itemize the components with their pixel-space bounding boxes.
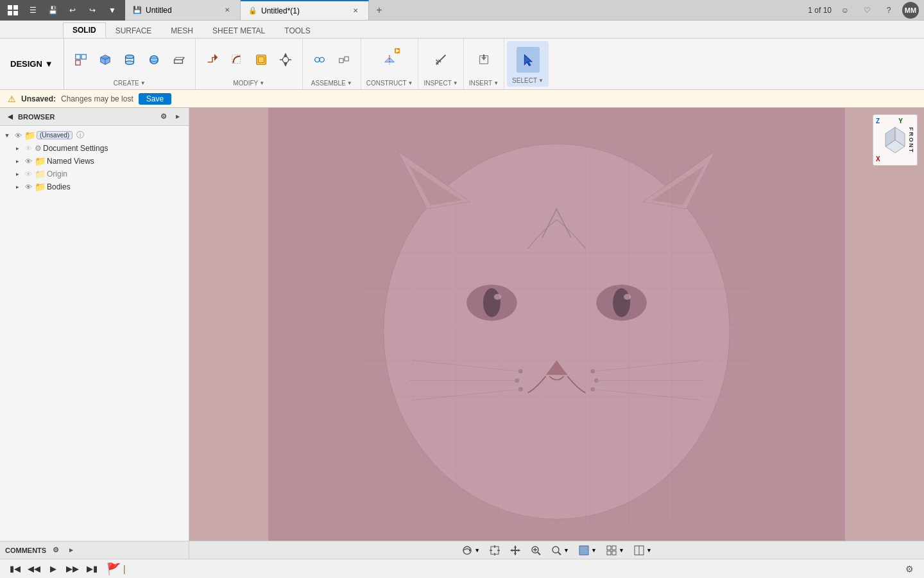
tree-expand-bodies[interactable]: ▸ — [13, 182, 22, 191]
tab-close-1[interactable]: ✕ — [222, 5, 232, 15]
move-button[interactable] — [274, 47, 297, 73]
svg-point-45 — [624, 294, 631, 300]
svg-rect-11 — [174, 60, 182, 64]
axis-cube[interactable]: Z Y X FRONT — [873, 114, 918, 166]
front-label[interactable]: FRONT — [905, 115, 917, 165]
save-button[interactable]: Save — [139, 93, 171, 105]
extrude-button[interactable] — [167, 47, 190, 73]
tree-eye-named-views[interactable]: 👁 — [23, 156, 33, 166]
tab-tools[interactable]: TOOLS — [275, 23, 320, 38]
design-button[interactable]: DESIGN ▼ — [0, 39, 64, 89]
tree-item-doc-settings[interactable]: ▸ 👁 ⚙ Document Settings — [0, 142, 189, 155]
svg-line-90 — [538, 552, 540, 555]
tree-item-origin[interactable]: ▸ 👁 📁 Origin — [0, 168, 189, 180]
pan-button[interactable] — [486, 543, 503, 557]
tree-expand-named-views[interactable]: ▸ — [13, 157, 22, 166]
svg-marker-33 — [482, 57, 486, 60]
insert-button[interactable] — [472, 47, 495, 73]
sphere-button[interactable] — [142, 47, 166, 73]
select-button[interactable] — [517, 47, 540, 73]
grid-icon[interactable] — [4, 1, 22, 19]
comments-panel[interactable]: COMMENTS ⚙ ▸ — [0, 541, 189, 559]
display-mode-control[interactable]: ▼ — [576, 543, 599, 557]
tab-mesh[interactable]: MESH — [161, 23, 203, 38]
tab-close-2[interactable]: ✕ — [350, 6, 361, 16]
svg-point-9 — [150, 56, 158, 64]
tree-expand-origin[interactable]: ▸ — [13, 170, 22, 179]
tree-expand-doc[interactable]: ▸ — [13, 144, 22, 153]
tree-eye-origin[interactable]: 👁 — [23, 169, 33, 179]
page-count: 1 of 10 — [808, 6, 832, 15]
view-layout-control[interactable]: ▼ — [631, 543, 654, 557]
tree-eye-root[interactable]: 👁 — [13, 130, 23, 141]
construct-plane-button[interactable]: ▶ — [378, 47, 401, 73]
notification-icon[interactable]: ♡ — [859, 2, 875, 19]
modify-group: MODIFY▼ — [196, 39, 303, 89]
more-icon[interactable]: ▼ — [103, 1, 121, 19]
comments-expand-icon[interactable]: ▸ — [65, 545, 77, 556]
svg-point-44 — [494, 294, 501, 300]
inspect-label[interactable]: INSPECT▼ — [424, 78, 458, 89]
assembly-context-button[interactable] — [332, 47, 355, 73]
bottom-panel: COMMENTS ⚙ ▸ ▼ ▼ ▼ — [0, 541, 924, 559]
orbit-icon — [461, 545, 473, 556]
zoom-control[interactable]: ▼ — [548, 543, 572, 557]
step-forward-button[interactable]: ▶▶ — [65, 562, 80, 576]
tree-eye-doc[interactable]: 👁 — [23, 143, 33, 153]
browser-tree: ▼ 👁 📁 (Unsaved) ⓘ ▸ 👁 ⚙ Document Setting… — [0, 126, 189, 541]
insert-label[interactable]: INSERT▼ — [469, 78, 499, 89]
tab-untitled-1[interactable]: 🔒 Untitled*(1) ✕ — [241, 0, 369, 20]
save-icon[interactable]: 💾 — [44, 1, 62, 19]
redo-icon[interactable]: ↪ — [83, 1, 101, 19]
browser-expand-icon[interactable]: ▸ — [172, 111, 184, 123]
browser-label: BROWSER — [18, 113, 55, 121]
tree-eye-bodies[interactable]: 👁 — [23, 182, 33, 192]
box-button[interactable] — [94, 47, 117, 73]
go-to-start-button[interactable]: ▮◀ — [8, 562, 22, 576]
tree-item-named-views[interactable]: ▸ 👁 📁 Named Views — [0, 155, 189, 168]
svg-rect-6 — [75, 60, 80, 65]
sidebar-collapse-button[interactable]: ◀ — [5, 112, 15, 122]
tree-folder-named-views: 📁 — [35, 156, 46, 166]
viewport[interactable]: Z Y X FRONT — [189, 108, 924, 541]
modify-label[interactable]: MODIFY▼ — [233, 78, 264, 89]
joint-button[interactable] — [308, 47, 331, 73]
shell-button[interactable] — [250, 47, 273, 73]
construct-label[interactable]: CONSTRUCT▼ — [366, 78, 413, 89]
grid-display-control[interactable]: ▼ — [603, 543, 627, 557]
orbit-control[interactable]: ▼ — [459, 543, 483, 557]
play-button[interactable]: ▶ — [46, 562, 60, 576]
fillet-button[interactable] — [225, 47, 248, 73]
select-label[interactable]: SELECT▼ — [512, 76, 543, 87]
settings-gear-button[interactable]: ⚙ — [902, 562, 916, 576]
tab-sheet-metal[interactable]: SHEET METAL — [203, 23, 275, 38]
undo-icon[interactable]: ↩ — [64, 1, 81, 19]
tree-item-bodies[interactable]: ▸ 👁 📁 Bodies — [0, 180, 189, 193]
step-back-button[interactable]: ◀◀ — [27, 562, 41, 576]
viewport-canvas[interactable] — [189, 108, 924, 541]
tab-surface[interactable]: SURFACE — [106, 23, 162, 38]
move-view-button[interactable] — [507, 543, 524, 557]
account-icon[interactable]: MM — [902, 2, 919, 19]
tab-untitled[interactable]: 💾 Untitled ✕ — [125, 0, 241, 20]
hamburger-icon[interactable]: ☰ — [24, 1, 42, 19]
tree-folder-root: 📁 — [24, 130, 35, 141]
assemble-label[interactable]: ASSEMBLE▼ — [311, 78, 352, 89]
profile-icon[interactable]: ☺ — [837, 2, 853, 19]
go-to-end-button[interactable]: ▶▮ — [85, 562, 99, 576]
svg-rect-99 — [612, 551, 616, 555]
tree-expand-root[interactable]: ▼ — [3, 131, 12, 140]
tree-item-root[interactable]: ▼ 👁 📁 (Unsaved) ⓘ — [0, 128, 189, 142]
measure-button[interactable] — [429, 47, 452, 73]
add-tab-button[interactable]: + — [369, 0, 389, 21]
comments-settings-icon[interactable]: ⚙ — [50, 545, 62, 556]
tab-solid[interactable]: SOLID — [63, 22, 106, 38]
create-label[interactable]: CREATE▼ — [114, 78, 146, 89]
new-component-button[interactable] — [69, 47, 92, 73]
insert-group: INSERT▼ — [464, 39, 504, 89]
browser-settings-icon[interactable]: ⚙ — [158, 111, 169, 123]
push-pull-button[interactable] — [201, 47, 224, 73]
zoom-fit-button[interactable] — [527, 543, 544, 557]
cylinder-button[interactable] — [118, 47, 141, 73]
help-icon[interactable]: ? — [880, 2, 897, 19]
